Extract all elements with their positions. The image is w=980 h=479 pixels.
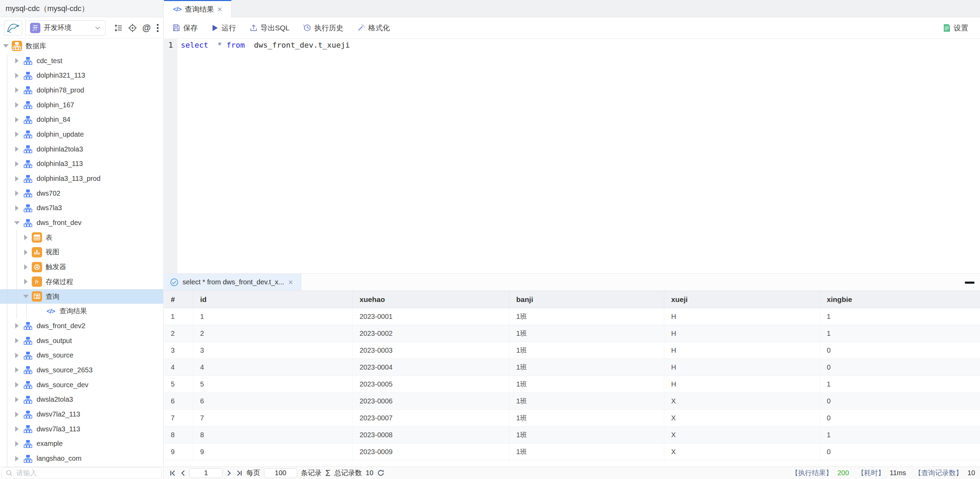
locate-icon[interactable] bbox=[128, 24, 137, 32]
caret-down-icon[interactable] bbox=[13, 221, 21, 224]
tree-item-数据库[interactable]: 数据库 bbox=[0, 39, 163, 54]
column-header-banji[interactable]: banji bbox=[509, 291, 664, 308]
page-number-input[interactable]: 1 bbox=[189, 468, 223, 478]
tree-item-dwsv7la3_113[interactable]: dwsv7la3_113 bbox=[0, 422, 163, 436]
tree-item-langshao_com[interactable]: langshao_com bbox=[0, 451, 163, 466]
caret-right-icon[interactable] bbox=[22, 250, 30, 255]
tree-item-dwsla2tola3[interactable]: dwsla2tola3 bbox=[0, 392, 163, 407]
cell-id: 6 bbox=[193, 393, 353, 409]
result-tab-close-icon[interactable]: × bbox=[288, 278, 293, 286]
tree-item-查询结果[interactable]: </>查询结果 bbox=[0, 304, 163, 318]
page-size-input[interactable]: 100 bbox=[264, 468, 297, 478]
tree-item-dolphin321_113[interactable]: dolphin321_113 bbox=[0, 68, 163, 83]
caret-right-icon[interactable] bbox=[22, 264, 30, 270]
caret-right-icon[interactable] bbox=[13, 367, 21, 373]
tree-item-dws_front_dev[interactable]: dws_front_dev bbox=[0, 215, 163, 230]
settings-button[interactable]: 设置 bbox=[943, 23, 968, 33]
caret-right-icon[interactable] bbox=[13, 87, 21, 93]
environment-select[interactable]: 开 开发环境 bbox=[25, 21, 106, 35]
table-row[interactable]: 442023-00041班H0 bbox=[164, 359, 980, 376]
tree-item-dws_source_dev[interactable]: dws_source_dev bbox=[0, 377, 163, 392]
tree-item-dwsv7la2_113[interactable]: dwsv7la2_113 bbox=[0, 407, 163, 422]
minimize-results-button[interactable] bbox=[965, 282, 974, 284]
caret-right-icon[interactable] bbox=[13, 353, 21, 358]
tree-item-example[interactable]: example bbox=[0, 436, 163, 451]
tree-item-dolphin_update[interactable]: dolphin_update bbox=[0, 127, 163, 142]
caret-right-icon[interactable] bbox=[13, 146, 21, 152]
column-header-xingbie[interactable]: xingbie bbox=[820, 291, 980, 308]
database-icon bbox=[23, 454, 33, 464]
result-tab[interactable]: select * from dws_front_dev.t_x... × bbox=[164, 274, 301, 291]
export-sql-button[interactable]: 导出SQL bbox=[250, 23, 290, 33]
next-page-button[interactable] bbox=[226, 470, 232, 477]
caret-right-icon[interactable] bbox=[13, 382, 21, 388]
caret-right-icon[interactable] bbox=[13, 412, 21, 417]
caret-down-icon[interactable] bbox=[22, 295, 30, 298]
table-row[interactable]: 222023-00021班H1 bbox=[164, 325, 980, 342]
sort-list-icon[interactable] bbox=[114, 24, 123, 32]
caret-right-icon[interactable] bbox=[13, 58, 21, 64]
table-row[interactable]: 112023-00011班H1 bbox=[164, 308, 980, 325]
first-page-button[interactable] bbox=[169, 470, 176, 477]
format-button[interactable]: 格式化 bbox=[357, 23, 390, 33]
sql-editor[interactable]: 1 select * from dws_front_dev.t_xueji bbox=[164, 39, 980, 273]
run-button[interactable]: 运行 bbox=[212, 23, 236, 33]
prev-page-button[interactable] bbox=[180, 470, 186, 477]
caret-down-icon[interactable] bbox=[2, 44, 10, 48]
table-row[interactable]: 332023-00031班H0 bbox=[164, 342, 980, 359]
search-input[interactable]: 请输入 bbox=[2, 467, 162, 479]
caret-right-icon[interactable] bbox=[13, 176, 21, 181]
tab-query-result[interactable]: </> 查询结果 × bbox=[164, 0, 232, 17]
tree-item-dolphinla3_113[interactable]: dolphinla3_113 bbox=[0, 157, 163, 172]
tab-close-icon[interactable]: × bbox=[217, 5, 222, 13]
tree-item-dolphinla3_113_prod[interactable]: dolphinla3_113_prod bbox=[0, 171, 163, 186]
column-header-xueji[interactable]: xueji bbox=[664, 291, 820, 308]
caret-right-icon[interactable] bbox=[22, 235, 30, 240]
column-header-xuehao[interactable]: xuehao bbox=[353, 291, 509, 308]
caret-right-icon[interactable] bbox=[13, 205, 21, 211]
caret-right-icon[interactable] bbox=[22, 279, 30, 284]
tree-item-dolphinla2tola3[interactable]: dolphinla2tola3 bbox=[0, 142, 163, 157]
tree-item-dws_source_2653[interactable]: dws_source_2653 bbox=[0, 363, 163, 377]
tree-item-dolphin_167[interactable]: dolphin_167 bbox=[0, 98, 163, 113]
tree-item-dws_front_dev2[interactable]: dws_front_dev2 bbox=[0, 318, 163, 333]
tree-item-dws_output[interactable]: dws_output bbox=[0, 333, 163, 348]
caret-right-icon[interactable] bbox=[13, 73, 21, 78]
tree-item-查询[interactable]: 查询 bbox=[0, 289, 163, 304]
caret-right-icon[interactable] bbox=[13, 161, 21, 167]
tree-item-dolphin78_prod[interactable]: dolphin78_prod bbox=[0, 83, 163, 98]
caret-right-icon[interactable] bbox=[13, 102, 21, 108]
more-options-icon[interactable] bbox=[156, 24, 159, 32]
table-row[interactable]: 992023-00091班X0 bbox=[164, 444, 980, 460]
table-row[interactable]: 882023-00081班X1 bbox=[164, 426, 980, 444]
table-row[interactable]: 552023-00051班H1 bbox=[164, 376, 980, 393]
tree-item-dws_source[interactable]: dws_source bbox=[0, 348, 163, 363]
refresh-icon[interactable] bbox=[377, 469, 384, 477]
column-header-#[interactable]: # bbox=[164, 291, 193, 308]
caret-right-icon[interactable] bbox=[13, 323, 21, 329]
caret-right-icon[interactable] bbox=[13, 338, 21, 344]
caret-right-icon[interactable] bbox=[13, 441, 21, 447]
last-page-button[interactable] bbox=[236, 470, 243, 477]
tree-item-视图[interactable]: 视图 bbox=[0, 245, 163, 260]
table-row[interactable]: 772023-00071班X0 bbox=[164, 410, 980, 426]
history-button[interactable]: 执行历史 bbox=[303, 23, 344, 33]
tree-item-表[interactable]: 表 bbox=[0, 230, 163, 245]
caret-right-icon[interactable] bbox=[13, 397, 21, 403]
tree-item-cdc_test[interactable]: cdc_test bbox=[0, 54, 163, 68]
column-header-id[interactable]: id bbox=[193, 291, 353, 308]
caret-right-icon[interactable] bbox=[13, 117, 21, 123]
caret-right-icon[interactable] bbox=[13, 456, 21, 461]
caret-right-icon[interactable] bbox=[13, 191, 21, 196]
table-row[interactable]: 662023-00061班X0 bbox=[164, 393, 980, 410]
save-button[interactable]: 保存 bbox=[172, 23, 198, 33]
link-icon[interactable]: @ bbox=[143, 23, 151, 33]
tree-item-dws7la3[interactable]: dws7la3 bbox=[0, 201, 163, 216]
tree-item-dolphin_84[interactable]: dolphin_84 bbox=[0, 112, 163, 127]
tree-item-dws702[interactable]: dws702 bbox=[0, 186, 163, 201]
sql-code-line[interactable]: select * from dws_front_dev.t_xueji bbox=[177, 39, 980, 273]
caret-right-icon[interactable] bbox=[13, 426, 21, 432]
tree-item-触发器[interactable]: 触发器 bbox=[0, 259, 163, 274]
caret-right-icon[interactable] bbox=[13, 132, 21, 137]
tree-item-存储过程[interactable]: fx存储过程 bbox=[0, 274, 163, 289]
